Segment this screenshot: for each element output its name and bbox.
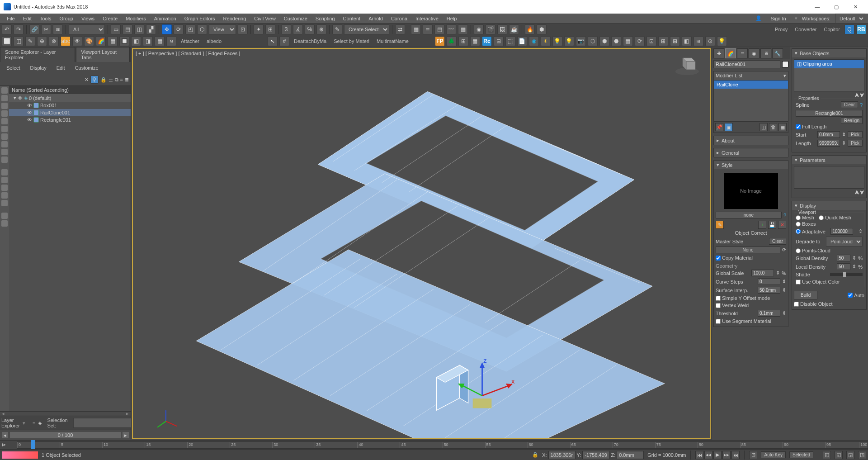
reference-coord[interactable]: View	[209, 24, 236, 34]
expl-customize[interactable]: Customize	[71, 64, 103, 72]
adaptative-input[interactable]	[830, 228, 853, 235]
remove-mod-icon[interactable]: 🗑	[769, 123, 777, 131]
disable-object-check[interactable]	[794, 302, 799, 307]
menu-content[interactable]: Content	[339, 14, 365, 23]
filter-helpers-icon[interactable]	[1, 118, 8, 124]
style-none-button[interactable]: none	[716, 212, 782, 218]
filter-hidden-icon[interactable]	[1, 156, 8, 163]
layers-footer-icon[interactable]: ◈	[38, 420, 42, 426]
eye-icon[interactable]: 👁	[27, 110, 32, 115]
rollout-style[interactable]: ▾ Style	[714, 161, 788, 169]
proxy-button[interactable]: Proxy	[772, 27, 790, 32]
selected-button[interactable]: Selected	[789, 451, 813, 458]
selection-filter[interactable]: All	[69, 24, 105, 34]
build-button[interactable]: Build	[794, 291, 817, 299]
script-11-button[interactable]: 🔲	[119, 36, 129, 46]
util-h-button[interactable]: ⊞	[670, 36, 680, 46]
global-density-input[interactable]	[837, 255, 850, 261]
filter-v1-icon[interactable]	[1, 169, 8, 175]
placement-button[interactable]: ⬡	[197, 24, 207, 34]
adaptative-radio[interactable]	[796, 229, 801, 234]
layer-button[interactable]: ≣	[423, 24, 433, 34]
script-13-button[interactable]: ◨	[143, 36, 153, 46]
isolate-button[interactable]: ⊡	[749, 451, 757, 459]
close-button[interactable]: ✕	[846, 0, 864, 13]
filter-v3-icon[interactable]	[1, 185, 8, 191]
points-cloud-radio[interactable]	[796, 248, 801, 253]
eye-icon[interactable]: 👁	[27, 103, 32, 108]
search-clear-icon[interactable]: ✕	[85, 77, 89, 83]
util-f-button[interactable]: ⊡	[646, 36, 656, 46]
length-input[interactable]	[817, 140, 840, 147]
prev-frame-button[interactable]: ◂◂	[704, 451, 712, 459]
script-8-button[interactable]: 🎨	[84, 36, 94, 46]
pick-length-button[interactable]: Pick	[848, 140, 863, 147]
filter-icon[interactable]: ⚲	[90, 76, 99, 84]
menu-views[interactable]: Views	[77, 14, 99, 23]
window-crossing-button[interactable]: ▞	[146, 24, 156, 34]
modifier-dropdown[interactable]: Modifier List▾	[714, 71, 788, 81]
link-button[interactable]: 🔗	[29, 24, 39, 34]
curve-editor-button[interactable]: 〰	[446, 24, 456, 34]
more-icon[interactable]: ≣	[125, 77, 129, 83]
frame-fwd-button[interactable]: ▸	[123, 432, 129, 438]
maximize-button[interactable]: ▢	[827, 0, 845, 13]
filter-v4-icon[interactable]	[1, 192, 8, 199]
filter-lights-icon[interactable]	[1, 103, 8, 109]
hierarchy-tab[interactable]: ≣	[737, 48, 748, 58]
script-3-button[interactable]: ✎	[25, 36, 35, 46]
style-add-icon[interactable]: +	[758, 221, 766, 229]
script-6-button[interactable]: abc	[61, 36, 71, 46]
shade-slider[interactable]	[830, 273, 863, 276]
signin-button[interactable]: Sign In	[766, 14, 790, 23]
pin-stack-icon[interactable]: 📌	[715, 123, 723, 131]
curve-steps-input[interactable]	[758, 278, 780, 285]
menu-create[interactable]: Create	[99, 14, 122, 23]
script-9-button[interactable]: 🌈	[96, 36, 106, 46]
tree-rectangle001[interactable]: 👁 Rectangle001	[9, 116, 131, 123]
x-input[interactable]	[548, 451, 576, 459]
menu-civil-view[interactable]: Civil View	[250, 14, 279, 23]
eye-icon[interactable]: 👁	[27, 117, 32, 123]
copitor-button[interactable]: Copitor	[821, 27, 843, 32]
rollout-base-objects[interactable]: ▾ Base Objects	[792, 49, 866, 57]
script-1-button[interactable]: ⬜	[2, 36, 12, 46]
util-4-button[interactable]: ⬚	[505, 36, 515, 46]
object-name-input[interactable]	[713, 60, 780, 68]
camera-button[interactable]: 📷	[576, 36, 586, 46]
make-unique-icon[interactable]: ◫	[760, 123, 768, 131]
menu-corona[interactable]: Corona	[387, 14, 411, 23]
clipping-area-item[interactable]: ◫ Clipping area	[794, 60, 864, 68]
y-input[interactable]	[582, 451, 609, 459]
expl-edit[interactable]: Edit	[52, 64, 70, 72]
spline-target-button[interactable]: Rectangle001	[796, 110, 863, 117]
stack-footer-icon[interactable]: ≡	[33, 420, 35, 426]
util-2-button[interactable]: ▦	[470, 36, 480, 46]
corona-2-button[interactable]: ⬢	[537, 24, 547, 34]
render-setup-button[interactable]: 🎬	[486, 24, 495, 34]
boxes-radio[interactable]	[796, 222, 801, 227]
util-k-button[interactable]: ⊙	[705, 36, 715, 46]
auto-check[interactable]	[848, 293, 853, 298]
expl-display[interactable]: Display	[26, 64, 51, 72]
collapse-icon[interactable]: ▾	[14, 95, 16, 101]
filter-space-icon[interactable]	[1, 126, 8, 132]
filter-v2-icon[interactable]	[1, 177, 8, 183]
percent-snap-button[interactable]: %	[305, 24, 315, 34]
fp-button[interactable]: FP	[435, 36, 445, 46]
util-j-button[interactable]: ≋	[693, 36, 703, 46]
menu-file[interactable]: File	[3, 14, 19, 23]
global-scale-input[interactable]	[751, 270, 774, 276]
select-name-button[interactable]: ▤	[123, 24, 132, 34]
multimat-button[interactable]: MultimatName	[374, 38, 411, 44]
filter-v7-icon[interactable]	[1, 220, 8, 227]
style-edit-icon[interactable]: ✎	[716, 221, 724, 229]
motion-tab[interactable]: ◉	[749, 48, 760, 58]
script-14-button[interactable]: ▦	[155, 36, 165, 46]
modifier-railclone[interactable]: RailClone	[714, 81, 788, 89]
frame-display[interactable]: 0 / 100	[10, 432, 121, 438]
menu-rendering[interactable]: Rendering	[219, 14, 250, 23]
menu-arnold[interactable]: Arnold	[364, 14, 387, 23]
nav-2-button[interactable]: ◱	[835, 451, 843, 459]
script-2-button[interactable]: ◫	[14, 36, 24, 46]
